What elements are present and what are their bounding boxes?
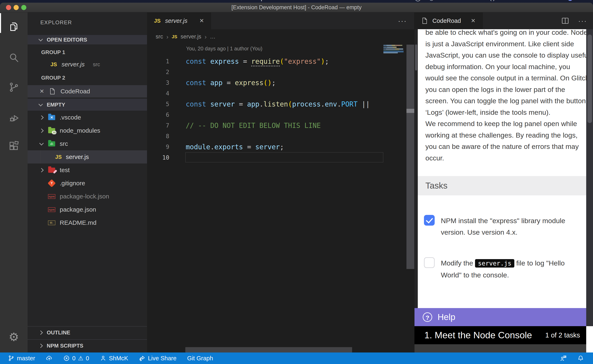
tab-coderoad[interactable]: CodeRoad ✕ <box>414 12 483 29</box>
code-line[interactable]: 7// -- DO NOT EDIT BELOW THIS LINE <box>147 120 414 131</box>
tree-item-vscode[interactable]: .vscode <box>28 111 147 124</box>
js-file-icon: JS <box>154 18 161 24</box>
tree-item-serverjs[interactable]: JS server.js <box>28 150 147 163</box>
webview-right-scrollbar[interactable] <box>586 29 593 326</box>
tray-icon-7[interactable]: • <box>480 0 482 1</box>
close-tab-icon[interactable]: ✕ <box>471 18 476 24</box>
menu-item-view[interactable]: View <box>126 0 138 1</box>
outline-label: OUTLINE <box>47 329 70 336</box>
js-file-icon: JS <box>55 154 62 160</box>
menu-item-window[interactable]: Window <box>221 0 241 1</box>
menu-item-edit[interactable]: Edit <box>71 0 80 1</box>
tray-icon-2[interactable]: ◯ <box>415 0 421 1</box>
split-editor-icon[interactable] <box>561 17 569 24</box>
scrollbar-thumb[interactable] <box>415 45 417 71</box>
apple-menu-icon[interactable]: ● <box>12 0 15 1</box>
user-status-item[interactable]: ShMcK <box>100 355 128 362</box>
control-center-icon[interactable]: ≣ <box>581 0 586 1</box>
lesson-progress-bar[interactable]: 1. Meet the Node Console 1 of 2 tasks <box>414 326 586 344</box>
extensions-icon[interactable] <box>0 136 28 156</box>
tray-icon-1[interactable]: ⧉ <box>403 0 407 1</box>
help-bar[interactable]: ? Help <box>414 308 586 326</box>
code-line[interactable]: 2 <box>147 67 414 77</box>
open-editors-header[interactable]: OPEN EDITORS <box>28 35 147 45</box>
code-line[interactable]: 10 <box>147 152 414 163</box>
open-editor-serverjs[interactable]: JS server.js src <box>28 58 147 70</box>
menu-item-file[interactable]: File <box>51 0 60 1</box>
outline-section-header[interactable]: OUTLINE <box>28 326 147 338</box>
siri-icon[interactable] <box>567 0 573 1</box>
settings-gear-icon[interactable]: ⚙ <box>0 327 28 347</box>
tree-item-test[interactable]: test <box>28 163 147 177</box>
menu-item-go[interactable]: Go <box>149 0 156 1</box>
tree-item-node-modules[interactable]: node_modules <box>28 124 147 137</box>
menu-item-terminal[interactable]: Terminal <box>188 0 210 1</box>
close-tab-icon[interactable]: ✕ <box>199 18 204 24</box>
menu-item-run[interactable]: Run <box>167 0 178 1</box>
menu-item-code[interactable]: Code <box>26 0 40 1</box>
tree-item-readme[interactable]: M↓ README.md <box>28 216 147 229</box>
code-line[interactable]: 6 <box>147 109 414 120</box>
menu-bar-clock[interactable]: Sat 4:51 PM <box>518 0 548 1</box>
close-icon[interactable]: ✕ <box>40 88 44 95</box>
npm-scripts-section-header[interactable]: NPM SCRIPTS <box>28 339 147 352</box>
search-icon[interactable] <box>0 47 28 68</box>
code-line[interactable]: 4 <box>147 88 414 99</box>
help-label: Help <box>438 312 455 322</box>
spotlight-icon[interactable]: ○ <box>556 0 559 1</box>
tray-icon-3[interactable]: ◉ <box>429 0 434 1</box>
git-graph-status-item[interactable]: Git Graph <box>187 355 213 362</box>
code-line[interactable]: 3const app = express(); <box>147 77 414 88</box>
breadcrumb-src[interactable]: src <box>156 33 163 40</box>
menu-item-help[interactable]: Help <box>252 0 264 1</box>
scrollbar-thumb[interactable] <box>406 109 414 113</box>
task-checkbox-checked[interactable] <box>424 215 435 226</box>
open-editor-coderoad[interactable]: ✕ CodeRoad <box>28 85 147 98</box>
run-debug-icon[interactable] <box>0 108 28 128</box>
code-line[interactable]: 5const server = app.listen(process.env.P… <box>147 99 414 109</box>
minimap[interactable] <box>383 45 404 54</box>
tree-item-gitignore[interactable]: .gitignore <box>28 177 147 190</box>
problems-status-item[interactable]: 0 ⚠ 0 <box>63 355 89 362</box>
tree-item-src[interactable]: src <box>28 137 147 150</box>
open-editor-file-name: CodeRoad <box>60 88 90 95</box>
tray-icon-6[interactable]: ⌸ <box>468 0 472 1</box>
chevron-right-icon <box>39 330 43 335</box>
feedback-status-item[interactable] <box>560 355 567 362</box>
tray-icon-5[interactable]: ▲ <box>455 0 460 1</box>
code-line[interactable]: 1const express = require("express"); <box>147 56 414 67</box>
task-checkbox-unchecked[interactable] <box>424 257 435 268</box>
webview-left-scrollbar[interactable] <box>414 29 418 352</box>
code-line[interactable]: 9module.exports = server; <box>147 142 414 152</box>
chevron-right-icon <box>39 168 43 172</box>
tree-item-package-lock[interactable]: npm package-lock.json <box>28 190 147 203</box>
errors-icon <box>63 355 70 362</box>
user-name: ShMcK <box>109 355 128 362</box>
sync-status-item[interactable] <box>46 355 53 362</box>
editor-more-actions-icon[interactable]: ··· <box>398 12 407 29</box>
notifications-status-item[interactable] <box>577 355 584 362</box>
panel-more-actions-icon[interactable]: ··· <box>578 17 587 25</box>
tree-item-package-json[interactable]: npm package.json <box>28 203 147 216</box>
scrollbar-thumb[interactable] <box>587 35 592 123</box>
editor-group-2-label: GROUP 2 <box>28 73 147 82</box>
folder-section-header[interactable]: EMPTY <box>28 99 147 111</box>
source-control-icon[interactable] <box>0 77 28 98</box>
tray-icon-8[interactable]: ( ) <box>490 0 495 1</box>
code-line[interactable]: 8 <box>147 131 414 142</box>
live-share-status-item[interactable]: Live Share <box>139 355 176 362</box>
help-question-icon: ? <box>423 312 432 322</box>
code-area[interactable]: 1const express = require("express");23co… <box>147 56 414 163</box>
tab-serverjs[interactable]: JS server.js ✕ <box>147 12 211 29</box>
breadcrumb-symbol[interactable]: … <box>210 33 215 40</box>
codelens-annotation[interactable]: You, 20 days ago | 1 author (You) <box>186 46 262 52</box>
tray-icon-4[interactable]: ➤ <box>442 0 446 1</box>
menu-item-selection[interactable]: Selection <box>91 0 115 1</box>
explorer-icon[interactable] <box>0 16 28 37</box>
branch-status-item[interactable]: master <box>8 355 35 362</box>
explorer-sidebar: EXPLORER OPEN EDITORS GROUP 1 JS server.… <box>28 12 147 352</box>
breadcrumb-file[interactable]: server.js <box>180 33 201 40</box>
title-bar[interactable]: [Extension Development Host] - CodeRoad … <box>0 3 593 12</box>
editor-vertical-scrollbar[interactable] <box>406 45 414 269</box>
editor-horizontal-scrollbar[interactable] <box>185 347 352 352</box>
